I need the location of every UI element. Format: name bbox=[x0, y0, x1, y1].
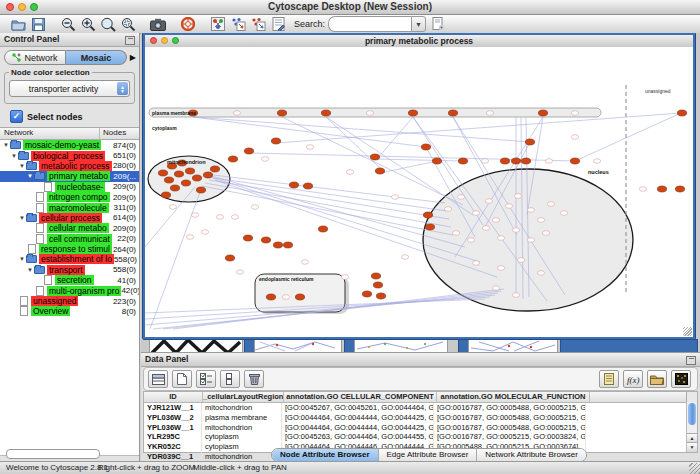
network-node-outline[interactable] bbox=[186, 235, 193, 240]
network-node[interactable] bbox=[321, 110, 330, 116]
network-node-outline[interactable] bbox=[505, 204, 512, 209]
network-node[interactable] bbox=[458, 158, 467, 164]
search-options-icon[interactable] bbox=[430, 17, 446, 32]
network-node-outline[interactable] bbox=[547, 202, 554, 207]
float-panel-icon[interactable] bbox=[125, 36, 135, 45]
network-node-outline[interactable] bbox=[467, 238, 474, 243]
network-node[interactable] bbox=[261, 237, 270, 243]
network-node[interactable] bbox=[448, 110, 457, 116]
network-node[interactable] bbox=[185, 168, 194, 174]
tab-edge-attribute-browser[interactable]: Edge Attribute Browser bbox=[379, 449, 478, 461]
network-node[interactable] bbox=[675, 186, 684, 192]
network-node[interactable] bbox=[538, 110, 547, 116]
network-node-outline[interactable] bbox=[486, 111, 493, 116]
network-node-outline[interactable] bbox=[472, 211, 479, 216]
zoom-in-icon[interactable] bbox=[80, 17, 96, 32]
unselect-attributes-icon[interactable] bbox=[220, 370, 240, 388]
network-node-outline[interactable] bbox=[301, 260, 308, 265]
network-node[interactable] bbox=[164, 177, 173, 183]
network-node-outline[interactable] bbox=[512, 293, 519, 298]
expand-arrow-icon[interactable]: ▼ bbox=[19, 163, 26, 169]
network-node[interactable] bbox=[421, 144, 430, 150]
expand-arrow-icon[interactable]: ▼ bbox=[27, 267, 34, 273]
table-row[interactable]: YPL036W__2plasma membrane[GO:0044464, GO… bbox=[144, 413, 697, 423]
network-node[interactable] bbox=[570, 158, 579, 164]
network-node-outline[interactable] bbox=[261, 157, 268, 162]
background-window-edge[interactable] bbox=[560, 339, 698, 352]
network-node-outline[interactable] bbox=[571, 111, 578, 116]
network-node-outline[interactable] bbox=[497, 236, 504, 241]
tree-row[interactable]: nucleobase-209(0) bbox=[0, 182, 139, 192]
zoom-out-icon[interactable] bbox=[60, 17, 76, 32]
manage-plugins-icon[interactable] bbox=[270, 17, 286, 32]
tree-row[interactable]: unassigned223(0) bbox=[0, 296, 139, 306]
network-node[interactable] bbox=[295, 294, 304, 300]
network-node-outline[interactable] bbox=[191, 213, 198, 218]
network-node-outline[interactable] bbox=[545, 159, 552, 164]
tree-row[interactable]: ▼biological_process651(0) bbox=[0, 150, 139, 160]
table-column-header[interactable]: ID bbox=[144, 392, 203, 402]
zoom-selected-icon[interactable] bbox=[120, 17, 136, 32]
network-node[interactable] bbox=[158, 170, 167, 176]
network-node-outline[interactable] bbox=[560, 211, 567, 216]
import-attributes-icon[interactable] bbox=[647, 370, 667, 388]
tree-col-network[interactable]: Network bbox=[0, 128, 100, 139]
network-node[interactable] bbox=[500, 158, 509, 164]
table-column-header[interactable]: annotation.GO CELLULAR_COMPONENT bbox=[284, 392, 437, 402]
layout-red-icon[interactable] bbox=[250, 17, 266, 32]
network-node[interactable] bbox=[192, 175, 201, 181]
scroll-down-icon[interactable]: ▼ bbox=[687, 442, 697, 452]
network-node-outline[interactable] bbox=[481, 159, 488, 164]
network-node-outline[interactable] bbox=[537, 218, 544, 223]
function-builder-icon[interactable]: f(x) bbox=[623, 370, 643, 388]
background-window-thumbnail[interactable] bbox=[254, 338, 342, 352]
network-node-outline[interactable] bbox=[593, 159, 600, 164]
network-node-outline[interactable] bbox=[457, 195, 464, 200]
tree-row[interactable]: ▼establishment of lo558(0) bbox=[0, 254, 139, 264]
network-node[interactable] bbox=[283, 242, 292, 248]
network-node-outline[interactable] bbox=[512, 228, 519, 233]
search-input[interactable] bbox=[328, 16, 411, 32]
network-canvas[interactable]: plasma membranecytoplasmmitochondrionnuc… bbox=[145, 47, 693, 337]
network-node-outline[interactable] bbox=[527, 208, 534, 213]
tree-row[interactable]: ▼cellular process614(0) bbox=[0, 213, 139, 223]
save-icon[interactable] bbox=[30, 17, 46, 32]
snapshot-icon[interactable] bbox=[150, 17, 166, 32]
float-panel-icon[interactable] bbox=[686, 356, 696, 365]
network-node-outline[interactable] bbox=[485, 199, 492, 204]
select-attributes-icon[interactable] bbox=[196, 370, 216, 388]
vizmapper-icon[interactable] bbox=[210, 17, 226, 32]
background-window-thumbnail[interactable] bbox=[149, 338, 243, 352]
network-node[interactable] bbox=[425, 224, 434, 230]
network-node[interactable] bbox=[408, 110, 417, 116]
network-node[interactable] bbox=[170, 185, 179, 191]
new-attribute-icon[interactable] bbox=[172, 370, 192, 388]
network-node-outline[interactable] bbox=[492, 218, 499, 223]
table-column-header[interactable]: _cellularLayoutRegion bbox=[203, 392, 284, 402]
network-node[interactable] bbox=[373, 282, 382, 288]
network-node[interactable] bbox=[432, 158, 441, 164]
network-node[interactable] bbox=[677, 110, 686, 116]
tab-overflow-icon[interactable]: ▶ bbox=[130, 53, 136, 62]
table-row[interactable]: YLR295Ccytoplasm[GO:0045263, GO:0044464,… bbox=[144, 432, 697, 442]
network-node-outline[interactable] bbox=[231, 215, 238, 220]
network-node-outline[interactable] bbox=[482, 226, 489, 231]
network-node-outline[interactable] bbox=[306, 145, 313, 150]
search-dropdown-icon[interactable]: ▼ bbox=[411, 16, 426, 32]
app-resize-grip[interactable] bbox=[689, 463, 700, 474]
network-node-outline[interactable] bbox=[341, 275, 348, 280]
network-node-outline[interactable] bbox=[452, 231, 459, 236]
expand-arrow-icon[interactable]: ▼ bbox=[3, 142, 10, 148]
node-color-dropdown[interactable]: transporter activity ▲▼ bbox=[9, 80, 130, 97]
tree-row[interactable]: ▼mosaic-demo-yeast874(0) bbox=[0, 140, 139, 150]
network-node[interactable] bbox=[303, 183, 312, 189]
network-node-outline[interactable] bbox=[401, 255, 408, 260]
window-resize-grip[interactable] bbox=[683, 327, 692, 336]
network-node-outline[interactable] bbox=[527, 238, 534, 243]
matrix-icon[interactable] bbox=[671, 370, 691, 388]
network-node-outline[interactable] bbox=[366, 111, 373, 116]
control-panel-hscrollbar[interactable] bbox=[6, 449, 100, 459]
network-node-outline[interactable] bbox=[537, 271, 544, 276]
background-window-thumbnail[interactable] bbox=[354, 338, 448, 352]
tab-network[interactable]: Network bbox=[4, 50, 66, 65]
